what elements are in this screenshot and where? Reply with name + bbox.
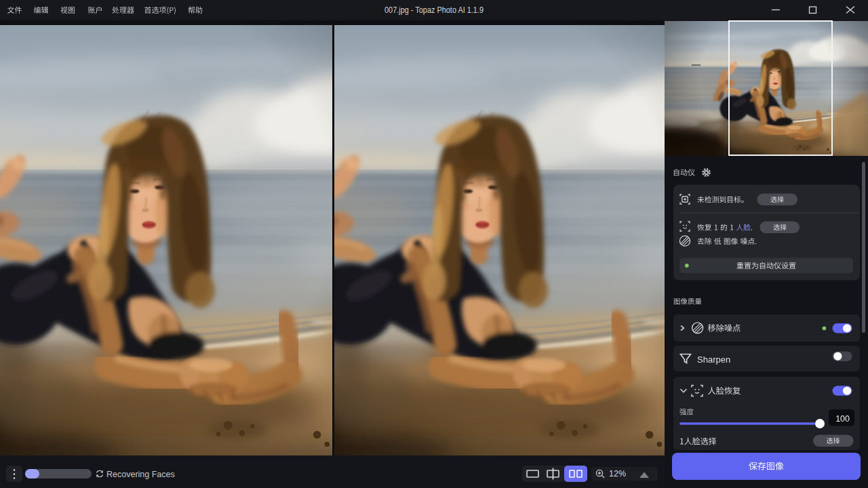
svg-text:100: 100 [835,414,850,424]
svg-text:Recovering Faces: Recovering Faces [106,470,175,479]
svg-text:007.jpg - Topaz Photo AI 1.1.9: 007.jpg - Topaz Photo AI 1.1.9 [384,5,484,15]
svg-text:Sharpen: Sharpen [697,354,730,365]
svg-text:12%: 12% [609,469,626,479]
